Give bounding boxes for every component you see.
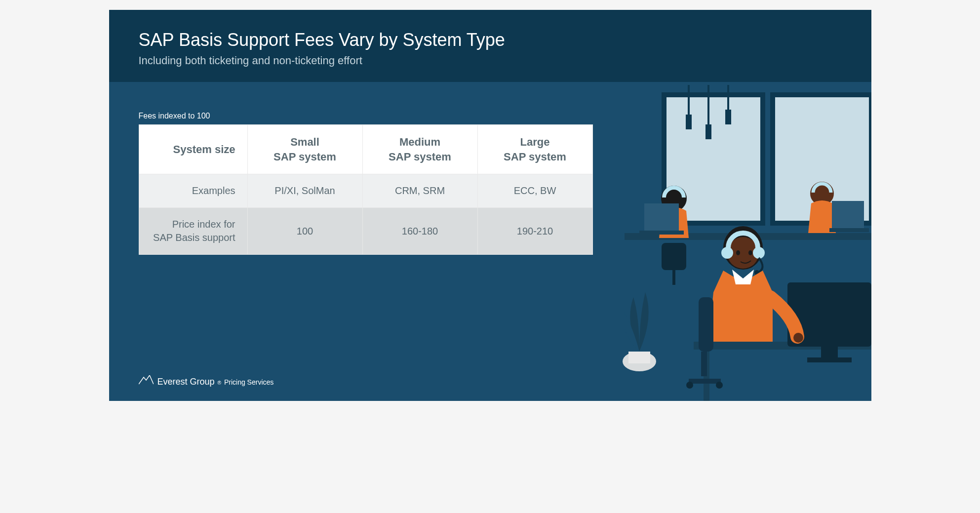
table-caption: Fees indexed to 100 bbox=[139, 112, 842, 120]
col-header-large: Large SAP system bbox=[477, 125, 592, 174]
col-header-medium: Medium SAP system bbox=[362, 125, 477, 174]
cell-examples-large: ECC, BW bbox=[477, 174, 592, 208]
brand-reg: ® bbox=[218, 380, 221, 386]
table-row: Price index for SAP Basis support 100 16… bbox=[139, 208, 592, 255]
row-label-price-index: Price index for SAP Basis support bbox=[139, 208, 247, 255]
footer: Everest Group® Pricing Services bbox=[139, 375, 274, 387]
svg-point-37 bbox=[716, 382, 723, 389]
pricing-table: System size Small SAP system Medium SAP … bbox=[139, 124, 593, 255]
cell-examples-small: PI/XI, SolMan bbox=[247, 174, 362, 208]
cell-index-large: 190-210 bbox=[477, 208, 592, 255]
slide: SAP Basis Support Fees Vary by System Ty… bbox=[109, 10, 871, 401]
brand-name: Everest Group bbox=[157, 377, 215, 387]
col-header-small: Small SAP system bbox=[247, 125, 362, 174]
svg-point-33 bbox=[793, 333, 803, 343]
svg-rect-25 bbox=[807, 357, 852, 362]
svg-rect-35 bbox=[701, 352, 707, 376]
footer-brand: Everest Group® Pricing Services bbox=[157, 377, 274, 387]
everest-logo-icon bbox=[139, 375, 154, 387]
slide-content: Fees indexed to 100 System size Small SA… bbox=[109, 82, 871, 284]
cell-examples-medium: CRM, SRM bbox=[362, 174, 477, 208]
svg-rect-20 bbox=[628, 352, 650, 363]
slide-subtitle: Including both ticketing and non-ticketi… bbox=[139, 54, 842, 67]
slide-title: SAP Basis Support Fees Vary by System Ty… bbox=[139, 30, 842, 50]
svg-point-36 bbox=[686, 382, 693, 389]
table-row: Examples PI/XI, SolMan CRM, SRM ECC, BW bbox=[139, 174, 592, 208]
cell-index-small: 100 bbox=[247, 208, 362, 255]
svg-rect-24 bbox=[821, 347, 838, 357]
brand-suffix: Pricing Services bbox=[224, 378, 274, 386]
slide-header: SAP Basis Support Fees Vary by System Ty… bbox=[109, 10, 871, 82]
table-header-row: System size Small SAP system Medium SAP … bbox=[139, 125, 592, 174]
row-label-examples: Examples bbox=[139, 174, 247, 208]
table-corner-label: System size bbox=[139, 125, 247, 174]
cell-index-medium: 160-180 bbox=[362, 208, 477, 255]
svg-rect-34 bbox=[699, 297, 713, 352]
